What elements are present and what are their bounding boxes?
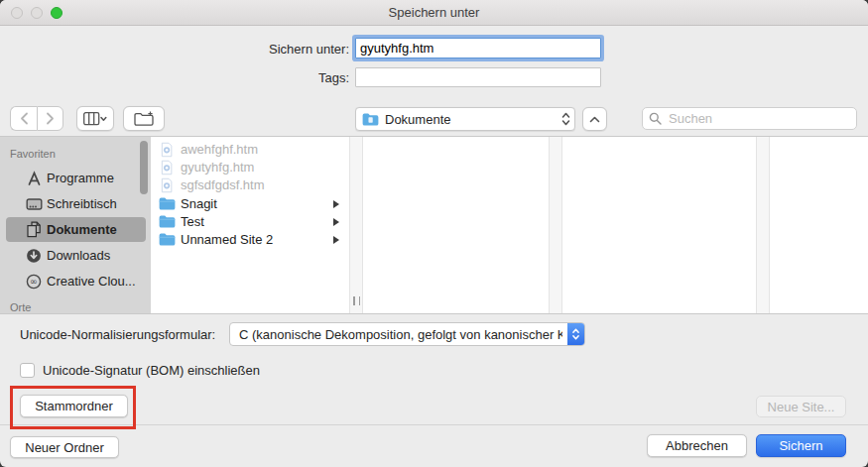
sidebar-item-label: Creative Clou... xyxy=(47,274,136,289)
file-browser: Favoriten Programme Schreibtisch Dokumen… xyxy=(0,136,868,314)
chevron-left-icon xyxy=(20,112,29,125)
folder-row[interactable]: Test xyxy=(151,212,349,231)
file-row[interactable]: sgfsdfgdsf.htm xyxy=(151,175,349,194)
sidebar-item-label: Schreibtisch xyxy=(47,196,117,211)
window-title: Speichern unter xyxy=(0,5,868,20)
html-file-icon xyxy=(158,142,176,158)
bom-checkbox[interactable] xyxy=(20,363,35,378)
sidebar: Favoriten Programme Schreibtisch Dokumen… xyxy=(0,137,151,313)
svg-text:∞: ∞ xyxy=(30,275,38,286)
sidebar-item-creative-cloud[interactable]: ∞ Creative Clou... xyxy=(6,269,146,293)
new-folder-toolbar-button[interactable] xyxy=(123,106,165,131)
app-store-a-icon xyxy=(25,171,43,186)
location-popup-label: Dokumente xyxy=(385,112,561,127)
disclosure-arrow-icon xyxy=(333,218,339,226)
normalization-label: Unicode-Normalisierungsformular: xyxy=(20,327,215,342)
search-input[interactable] xyxy=(667,110,850,127)
chevron-up-icon xyxy=(589,116,600,123)
history-nav-group xyxy=(10,106,63,131)
folder-icon xyxy=(158,215,176,228)
sidebar-item-downloads[interactable]: Downloads xyxy=(6,243,146,268)
sidebar-item-label: Programme xyxy=(47,171,114,185)
search-icon xyxy=(649,112,662,125)
filename-input[interactable] xyxy=(355,38,601,58)
new-site-button: Neue Site... xyxy=(756,396,846,417)
folder-icon xyxy=(362,113,379,126)
tags-label: Tags: xyxy=(99,70,349,85)
column-divider xyxy=(549,137,562,313)
folder-row[interactable]: Snagit xyxy=(151,194,349,213)
save-dialog-window: Speichern unter Sichern unter: Tags: D xyxy=(0,0,868,467)
save-as-label: Sichern unter: xyxy=(99,42,349,57)
favorites-header: Favoriten xyxy=(10,148,56,160)
normalization-value: C (kanonische Dekomposition, gefolgt von… xyxy=(239,327,562,342)
browser-column-2 xyxy=(363,137,549,313)
new-folder-icon xyxy=(134,111,155,127)
desktop-icon xyxy=(25,196,43,212)
popup-stepper-icon xyxy=(561,111,570,127)
cancel-button[interactable]: Abbrechen xyxy=(647,434,747,457)
download-circle-icon xyxy=(25,248,43,264)
tags-input[interactable] xyxy=(355,67,601,87)
bom-checkbox-label: Unicode-Signatur (BOM) einschließen xyxy=(43,363,260,378)
browser-columns: awehfghf.htm gyutyhfg.htm sgfsdfgdsf.htm xyxy=(151,137,868,313)
folder-icon xyxy=(158,197,176,210)
location-popup[interactable]: Dokumente xyxy=(355,107,575,131)
folder-row[interactable]: Unnamed Site 2 xyxy=(151,230,349,249)
documents-icon xyxy=(25,221,43,238)
chevron-right-icon xyxy=(46,112,55,125)
sidebar-item-dokumente[interactable]: Dokumente xyxy=(6,217,146,242)
search-field[interactable] xyxy=(642,107,857,130)
column-resize-handle[interactable] xyxy=(353,296,360,305)
titlebar: Speichern unter xyxy=(0,0,868,26)
html-file-icon xyxy=(158,177,176,193)
sidebar-item-schreibtisch[interactable]: Schreibtisch xyxy=(6,191,146,216)
normalization-popup[interactable]: C (kanonische Dekomposition, gefolgt von… xyxy=(229,322,585,346)
file-row[interactable]: gyutyhfg.htm xyxy=(151,158,349,176)
disclosure-arrow-icon xyxy=(333,236,339,244)
sidebar-item-label: Dokumente xyxy=(47,222,117,237)
disclosure-arrow-icon xyxy=(333,200,339,208)
creative-cloud-icon: ∞ xyxy=(25,274,43,290)
browser-column-3 xyxy=(562,137,756,313)
places-header: Orte xyxy=(10,301,31,313)
html-file-icon xyxy=(158,160,176,175)
browser-column-4 xyxy=(770,137,868,313)
column-divider xyxy=(756,137,770,313)
forward-button[interactable] xyxy=(37,106,63,131)
file-row[interactable]: awehfghf.htm xyxy=(151,140,349,159)
browser-column-1: awehfghf.htm gyutyhfg.htm sgfsdfgdsf.htm xyxy=(151,137,349,313)
columns-view-icon xyxy=(83,112,107,126)
parent-folder-button[interactable] xyxy=(582,107,607,131)
annotation-red-rectangle xyxy=(10,386,136,429)
sidebar-item-label: Downloads xyxy=(47,248,110,263)
column-view-button[interactable] xyxy=(76,106,114,131)
new-folder-button[interactable]: Neuer Ordner xyxy=(10,436,119,458)
save-button[interactable]: Sichern xyxy=(756,434,846,457)
column-divider xyxy=(349,137,363,313)
popup-stepper-blue-icon xyxy=(567,323,584,345)
folder-icon xyxy=(158,233,176,246)
sidebar-item-programme[interactable]: Programme xyxy=(6,166,146,190)
back-button[interactable] xyxy=(10,106,37,131)
